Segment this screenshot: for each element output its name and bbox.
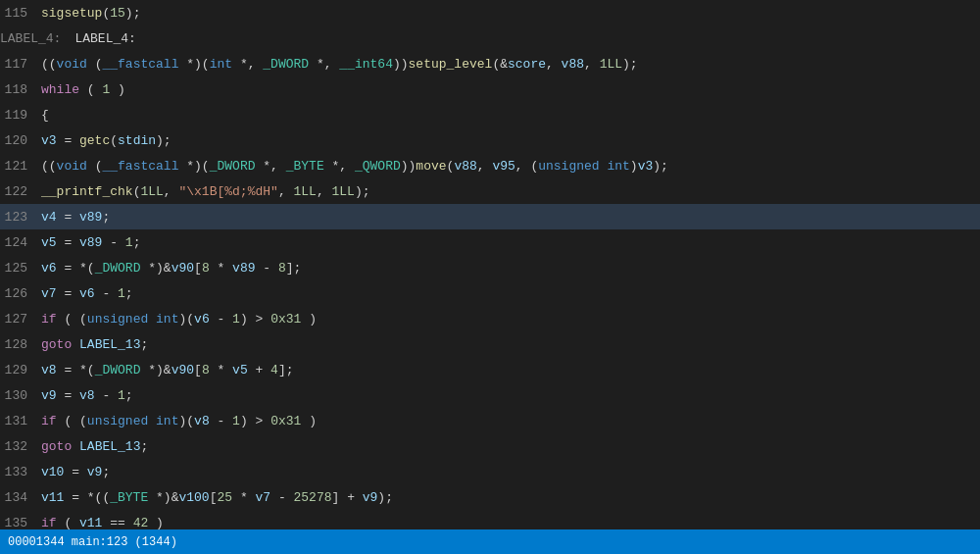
line-number: 120 [0,133,37,148]
line-number: 129 [0,363,37,378]
line-content: if ( (unsigned int)(v8 - 1) > 0x31 ) [37,414,317,428]
line-number: 123 [0,210,37,225]
code-line: 127 if ( (unsigned int)(v6 - 1) > 0x31 ) [0,306,980,331]
line-number: 128 [0,337,37,352]
code-line: 131 if ( (unsigned int)(v8 - 1) > 0x31 ) [0,408,980,433]
line-content: goto LABEL_13; [37,337,148,352]
line-content: v6 = *(_DWORD *)&v90[8 * v89 - 8]; [37,261,301,276]
line-content: LABEL_4: [71,31,135,46]
line-number: 124 [0,235,37,250]
code-line: 134 v11 = *((_BYTE *)&v100[25 * v7 - 252… [0,484,980,510]
line-content: ((void (__fastcall *)(int *, _DWORD *, _… [37,57,638,72]
status-text: 00001344 main:123 (1344) [8,535,177,549]
line-content: while ( 1 ) [37,82,125,97]
code-line: 117 ((void (__fastcall *)(int *, _DWORD … [0,51,980,76]
line-content: v10 = v9; [37,465,110,479]
code-line: 119 { [0,102,980,127]
code-line: 126 v7 = v6 - 1; [0,280,980,306]
line-number: 115 [0,6,37,21]
line-content: v11 = *((_BYTE *)&v100[25 * v7 - 25278] … [37,490,393,505]
code-line: 124 v5 = v89 - 1; [0,229,980,255]
line-number: 126 [0,286,37,301]
line-number: 131 [0,414,37,428]
code-line: 121 ((void (__fastcall *)(_DWORD *, _BYT… [0,153,980,178]
status-bar: 00001344 main:123 (1344) [0,529,980,554]
line-content: v9 = v8 - 1; [37,388,133,403]
line-content: sigsetup(15); [37,6,140,21]
line-number: 134 [0,490,37,505]
line-number: 135 [0,516,37,530]
line-content: { [37,108,49,123]
code-line: LABEL_4:LABEL_4: [0,25,980,51]
line-content: v3 = getc(stdin); [37,133,172,148]
line-number: 119 [0,108,37,123]
line-content: v8 = *(_DWORD *)&v90[8 * v5 + 4]; [37,363,294,378]
line-content: if ( (unsigned int)(v6 - 1) > 0x31 ) [37,312,317,327]
line-content: v4 = v89; [37,210,110,225]
code-line: 125 v6 = *(_DWORD *)&v90[8 * v89 - 8]; [0,255,980,280]
code-line: 118 while ( 1 ) [0,76,980,102]
line-number: 117 [0,57,37,72]
line-number: 121 [0,159,37,174]
line-content: __printf_chk(1LL, "\x1B[%d;%dH", 1LL, 1L… [37,184,370,199]
code-line: 120 v3 = getc(stdin); [0,127,980,153]
line-number: 122 [0,184,37,199]
line-content: goto LABEL_13; [37,439,148,454]
code-line: 132 goto LABEL_13; [0,433,980,459]
code-line: 133 v10 = v9; [0,459,980,484]
line-content: if ( v11 == 42 ) [37,516,164,530]
line-number: LABEL_4: [0,31,71,46]
line-number: 133 [0,465,37,479]
code-line: 115 sigsetup(15); [0,0,980,25]
code-line: 122 __printf_chk(1LL, "\x1B[%d;%dH", 1LL… [0,178,980,204]
code-line: 130 v9 = v8 - 1; [0,382,980,408]
line-number: 127 [0,312,37,327]
code-line: 129 v8 = *(_DWORD *)&v90[8 * v5 + 4]; [0,357,980,382]
line-number: 125 [0,261,37,276]
code-line: 135 if ( v11 == 42 ) [0,510,980,529]
code-line: 128 goto LABEL_13; [0,331,980,357]
line-number: 130 [0,388,37,403]
line-content: ((void (__fastcall *)(_DWORD *, _BYTE *,… [37,159,668,174]
code-editor: 115 sigsetup(15);LABEL_4:LABEL_4:117 ((v… [0,0,980,529]
line-number: 132 [0,439,37,454]
code-line: 123 v4 = v89; [0,204,980,229]
line-number: 118 [0,82,37,97]
line-content: v5 = v89 - 1; [37,235,140,250]
line-content: v7 = v6 - 1; [37,286,133,301]
